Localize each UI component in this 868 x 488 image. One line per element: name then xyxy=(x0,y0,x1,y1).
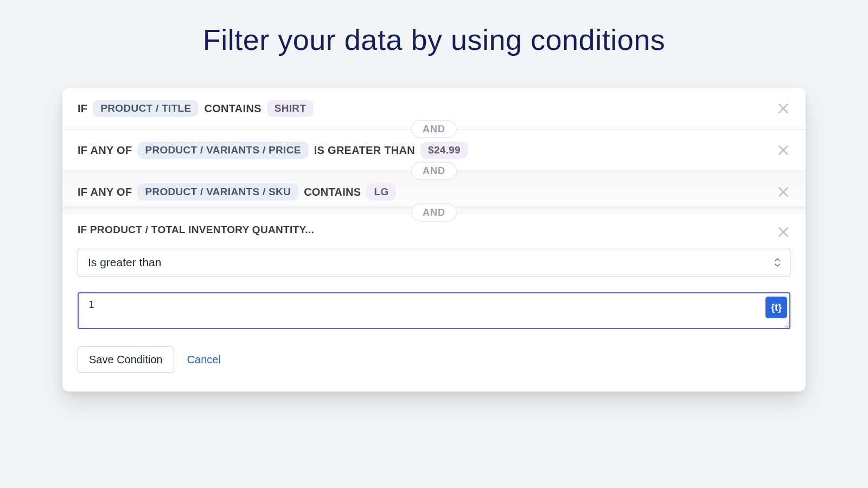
cancel-link[interactable]: Cancel xyxy=(187,354,221,366)
condition-operator: CONTAINS xyxy=(204,102,261,115)
condition-row: IF PRODUCT / TITLE CONTAINS SHIRT AND xyxy=(62,88,806,130)
close-icon[interactable] xyxy=(776,101,790,115)
close-icon[interactable] xyxy=(776,225,790,239)
condition-operator: CONTAINS xyxy=(304,186,361,198)
condition-value-pill: SHIRT xyxy=(267,100,314,117)
condition-field-pill: PRODUCT / VARIANTS / PRICE xyxy=(137,142,308,159)
condition-operator: IS GREATER THAN xyxy=(314,144,415,157)
condition-prefix: IF ANY OF xyxy=(78,144,132,157)
conditions-card: IF PRODUCT / TITLE CONTAINS SHIRT AND IF… xyxy=(62,88,806,391)
condition-value-pill: $24.99 xyxy=(420,142,468,159)
and-connector: AND xyxy=(411,204,457,222)
condition-prefix: IF xyxy=(78,102,87,115)
action-row: Save Condition Cancel xyxy=(62,346,806,373)
value-input[interactable] xyxy=(78,292,790,329)
close-icon[interactable] xyxy=(776,185,790,199)
condition-editor: IF PRODUCT / TOTAL INVENTORY QUANTITY...… xyxy=(62,213,806,331)
save-button[interactable]: Save Condition xyxy=(78,346,174,373)
condition-prefix: IF ANY OF xyxy=(78,186,132,198)
insert-token-button[interactable]: {t} xyxy=(765,297,787,318)
page-title: Filter your data by using conditions xyxy=(0,23,868,56)
condition-value-pill: LG xyxy=(366,183,396,201)
and-connector: AND xyxy=(411,162,457,180)
value-input-wrap: {t} xyxy=(78,292,790,331)
close-icon[interactable] xyxy=(776,143,790,157)
condition-summary: IF ANY OF PRODUCT / VARIANTS / PRICE IS … xyxy=(78,142,790,159)
condition-field-pill: PRODUCT / TITLE xyxy=(93,100,199,117)
condition-field-pill: PRODUCT / VARIANTS / SKU xyxy=(137,183,298,201)
operator-select[interactable] xyxy=(78,248,790,277)
condition-summary: IF PRODUCT / TITLE CONTAINS SHIRT xyxy=(78,100,790,117)
operator-select-wrap xyxy=(78,248,790,277)
condition-summary: IF ANY OF PRODUCT / VARIANTS / SKU CONTA… xyxy=(78,183,790,201)
and-connector: AND xyxy=(411,120,457,138)
condition-editor-label: IF PRODUCT / TOTAL INVENTORY QUANTITY... xyxy=(78,224,790,236)
